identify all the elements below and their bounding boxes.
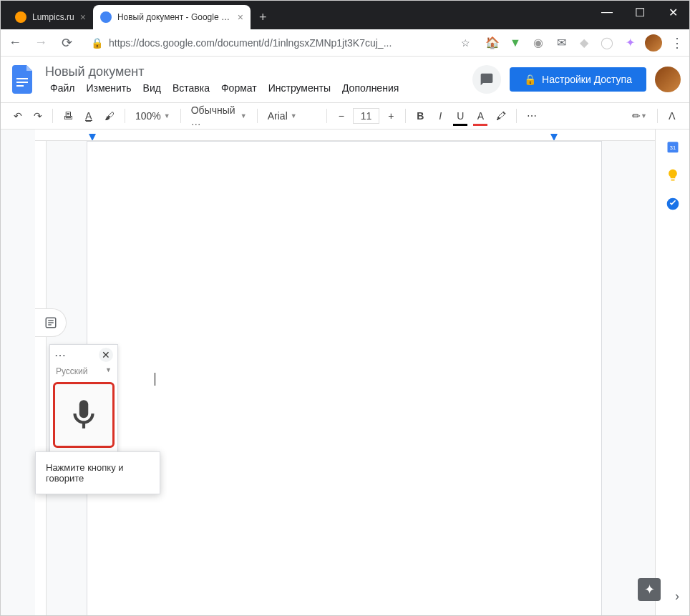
document-page[interactable] <box>87 141 602 616</box>
expand-side-panel-button[interactable]: › <box>675 589 679 604</box>
highlight-button[interactable]: 🖍 <box>492 107 510 124</box>
header-right: 🔒 Настройки Доступа <box>472 65 681 94</box>
horizontal-ruler[interactable] <box>35 129 668 141</box>
menu-bar: Файл Изменить Вид Вставка Формат Инструм… <box>45 81 465 95</box>
mail-icon[interactable]: ✉ <box>555 36 568 49</box>
svg-rect-2 <box>16 85 24 87</box>
calendar-icon[interactable]: 31 <box>666 140 680 154</box>
font-size-decrease[interactable]: − <box>333 107 350 124</box>
voice-panel-header: ⋯ ✕ <box>50 345 117 365</box>
forward-button[interactable]: → <box>32 34 49 52</box>
side-panel: 31 › <box>655 129 689 615</box>
font-select[interactable]: Arial▼ <box>263 107 321 124</box>
menu-insert[interactable]: Вставка <box>167 81 215 95</box>
lock-icon: 🔒 <box>524 74 536 85</box>
minimize-button[interactable]: — <box>591 1 623 24</box>
chevron-down-icon: ▼ <box>105 366 112 376</box>
browser-tab-2[interactable]: Новый документ - Google Доку × <box>93 5 251 29</box>
share-label: Настройки Доступа <box>542 74 632 85</box>
star-icon[interactable]: ☆ <box>461 37 470 49</box>
ext-icon-7[interactable]: ✦ <box>623 36 636 49</box>
undo-button[interactable]: ↶ <box>9 107 26 124</box>
zoom-select[interactable]: 100%▼ <box>131 107 175 124</box>
svg-text:31: 31 <box>669 145 675 151</box>
menu-addons[interactable]: Дополнения <box>337 81 404 95</box>
more-button[interactable]: ⋯ <box>523 107 541 124</box>
tab-favicon-icon <box>15 11 26 23</box>
close-icon[interactable]: × <box>80 11 86 23</box>
collapse-toolbar-button[interactable]: ᐱ <box>664 107 681 124</box>
docs-logo-icon[interactable] <box>9 65 38 94</box>
window-controls: — ☐ ✕ <box>591 1 689 24</box>
shield-icon[interactable]: ▼ <box>509 36 522 49</box>
menu-edit[interactable]: Изменить <box>81 81 136 95</box>
ext-icon-6[interactable]: ◯ <box>601 36 613 49</box>
toolbar: ↶ ↷ 🖶 A̲ 🖌 100%▼ Обычный …▼ Arial▼ − 11 … <box>1 102 689 129</box>
text-color-button[interactable]: A <box>472 107 489 124</box>
voice-language-select[interactable]: Русский ▼ <box>50 365 117 381</box>
close-voice-button[interactable]: ✕ <box>99 348 113 362</box>
text-cursor <box>155 373 155 386</box>
tab-title: Новый документ - Google Доку <box>117 12 232 22</box>
document-title[interactable]: Новый документ <box>45 64 465 79</box>
ext-icon-5[interactable]: ◆ <box>578 36 591 49</box>
share-button[interactable]: 🔒 Настройки Доступа <box>510 67 646 92</box>
docs-header: Новый документ Файл Изменить Вид Вставка… <box>1 57 689 102</box>
close-window-button[interactable]: ✕ <box>656 1 689 24</box>
ruler-right-marker[interactable] <box>550 134 558 141</box>
menu-file[interactable]: Файл <box>45 81 79 95</box>
new-tab-button[interactable]: + <box>251 5 276 29</box>
comments-button[interactable] <box>472 65 501 94</box>
docs-title-area: Новый документ Файл Изменить Вид Вставка… <box>45 64 465 95</box>
url-text: https://docs.google.com/document/d/1inln… <box>109 37 455 49</box>
explore-button[interactable]: ✦ <box>638 578 661 601</box>
profile-avatar[interactable] <box>645 34 662 52</box>
editing-mode-button[interactable]: ✏ ▼ <box>628 107 651 124</box>
italic-button[interactable]: I <box>432 107 449 124</box>
outline-toggle-button[interactable] <box>35 308 67 337</box>
maximize-button[interactable]: ☐ <box>623 1 656 24</box>
url-box[interactable]: 🔒 https://docs.google.com/document/d/1in… <box>84 33 477 53</box>
ext-icon-1[interactable]: 🏠 <box>486 36 499 49</box>
reload-button[interactable]: ⟳ <box>58 34 75 52</box>
font-size-increase[interactable]: + <box>382 107 399 124</box>
tasks-icon[interactable] <box>666 197 680 211</box>
menu-tools[interactable]: Инструменты <box>263 81 336 95</box>
browser-menu-button[interactable]: ⋮ <box>671 35 684 51</box>
account-avatar[interactable] <box>655 67 681 92</box>
spellcheck-button[interactable]: A̲ <box>80 107 97 124</box>
redo-button[interactable]: ↷ <box>29 107 47 124</box>
svg-rect-0 <box>16 78 28 79</box>
keep-icon[interactable] <box>666 168 680 182</box>
paint-format-button[interactable]: 🖌 <box>100 107 119 124</box>
document-container: ⋯ ✕ Русский ▼ Нажмите кнопку и говорите … <box>1 129 689 615</box>
style-select[interactable]: Обычный …▼ <box>187 102 251 130</box>
menu-format[interactable]: Формат <box>216 81 262 95</box>
browser-tab-1[interactable]: Lumpics.ru × <box>8 5 93 29</box>
underline-button[interactable]: U <box>452 107 469 124</box>
close-icon[interactable]: × <box>238 11 243 23</box>
extension-icons: 🏠 ▼ ◉ ✉ ◆ ◯ ✦ <box>486 36 636 49</box>
tab-favicon-icon <box>100 11 112 23</box>
voice-typing-panel: ⋯ ✕ Русский ▼ <box>49 344 118 453</box>
print-button[interactable]: 🖶 <box>59 107 77 124</box>
voice-mic-button[interactable] <box>53 382 115 448</box>
lock-icon: 🔒 <box>91 37 103 49</box>
bold-button[interactable]: B <box>412 107 429 124</box>
voice-tooltip: Нажмите кнопку и говорите <box>35 451 160 494</box>
svg-rect-1 <box>16 82 28 83</box>
drag-handle-icon[interactable]: ⋯ <box>54 348 67 362</box>
back-button[interactable]: ← <box>6 34 24 52</box>
microphone-icon <box>66 393 102 436</box>
address-bar: ← → ⟳ 🔒 https://docs.google.com/document… <box>1 29 689 57</box>
browser-titlebar: Lumpics.ru × Новый документ - Google Док… <box>1 1 689 29</box>
tab-title: Lumpics.ru <box>32 12 74 22</box>
menu-view[interactable]: Вид <box>138 81 166 95</box>
vertical-ruler[interactable] <box>35 141 47 615</box>
ruler-indent-marker[interactable] <box>89 134 96 141</box>
ext-icon-3[interactable]: ◉ <box>532 36 545 49</box>
font-size-input[interactable]: 11 <box>353 108 380 124</box>
